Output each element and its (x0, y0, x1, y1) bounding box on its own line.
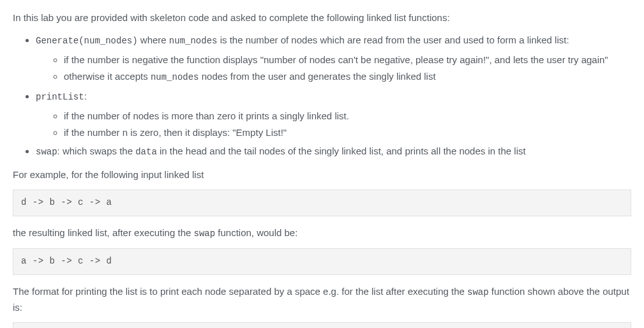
printlist-sub1: if the number of nodes is more than zero… (64, 108, 631, 123)
functions-list: Generate(num_nodes) where num_nodes is t… (13, 33, 631, 160)
format-pre: The format for printing the list is to p… (13, 286, 467, 297)
printlist-sublist: if the number of nodes is more than zero… (36, 108, 631, 140)
resulting-paragraph: the resulting linked list, after executi… (13, 225, 631, 241)
generate-arg-code: num_nodes (169, 36, 218, 46)
generate-func-code: Generate(num_nodes) (36, 36, 138, 46)
swap-func-code: swap (36, 147, 57, 157)
generate-mid: where (138, 34, 169, 45)
generate-sub2-code: num_nodes (151, 72, 199, 82)
generate-sub1: if the number is negative the function d… (64, 52, 631, 67)
format-paragraph: The format for printing the list is to p… (13, 284, 631, 315)
generate-sublist: if the number is negative the function d… (36, 52, 631, 85)
example-intro: For example, for the following input lin… (13, 167, 631, 182)
intro-paragraph: In this lab you are provided with skelet… (13, 10, 631, 25)
codeblock-output: a b c d (13, 322, 631, 328)
printlist-item: printList if the number of nodes is more… (36, 89, 631, 140)
swap-item: swap: which swaps the data in the head a… (36, 144, 631, 160)
generate-sub2: otherwise it accepts num_nodes nodes fro… (64, 69, 631, 85)
resulting-pre: the resulting linked list, after executi… (13, 227, 194, 238)
generate-item: Generate(num_nodes) where num_nodes is t… (36, 33, 631, 85)
generate-tail: is the number of nodes which are read fr… (217, 34, 569, 45)
resulting-swap-code: swap (194, 228, 216, 239)
printlist-func-code: printList (36, 92, 84, 102)
generate-sub2-post: nodes from the user and generates the si… (199, 71, 436, 82)
swap-data-code: data (135, 147, 157, 157)
generate-sub2-pre: otherwise it accepts (64, 71, 151, 82)
swap-text2: in the head and the tail nodes of the si… (157, 145, 526, 156)
swap-text1: : which swaps the (57, 145, 136, 156)
resulting-post: function, would be: (215, 227, 297, 238)
printlist-sub2: if the number n is zero, then it display… (64, 125, 631, 140)
printlist-colon (84, 91, 87, 101)
format-swap-code: swap (467, 287, 489, 297)
codeblock-result-list: a -> b -> c -> d (13, 248, 631, 275)
codeblock-input-list: d -> b -> c -> a (13, 190, 631, 216)
